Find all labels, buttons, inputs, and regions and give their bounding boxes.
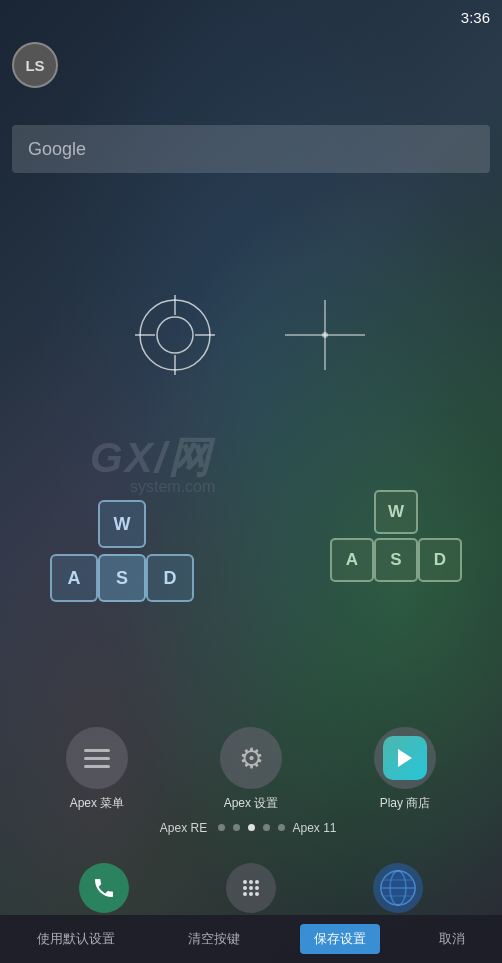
- hamburger-icon: [84, 749, 110, 768]
- apex-settings-icon: ⚙: [220, 727, 282, 789]
- svg-point-24: [381, 871, 415, 905]
- key-s-left[interactable]: S: [98, 554, 146, 602]
- globe-button[interactable]: [373, 863, 423, 913]
- action-bar: 使用默认设置 清空按键 保存设置 取消: [0, 915, 502, 963]
- svg-point-10: [243, 880, 247, 884]
- status-bar: 3:36: [0, 0, 502, 35]
- svg-marker-9: [398, 749, 412, 767]
- dock-area: Apex 菜单 ⚙ Apex 设置 Play 商店: [0, 727, 502, 843]
- dock-icons: Apex 菜单 ⚙ Apex 设置 Play 商店: [0, 727, 502, 812]
- search-bar-text: Google: [28, 139, 86, 160]
- crosshair-target: [130, 290, 220, 380]
- search-bar[interactable]: Google: [12, 125, 490, 173]
- play-store-icon: [383, 736, 427, 780]
- svg-point-14: [249, 886, 253, 890]
- dock-item-play-store[interactable]: Play 商店: [374, 727, 436, 812]
- save-settings-button[interactable]: 保存设置: [300, 924, 380, 954]
- svg-point-15: [255, 886, 259, 890]
- svg-point-13: [243, 886, 247, 890]
- avatar-initials: LS: [25, 57, 44, 74]
- avatar[interactable]: LS: [12, 42, 58, 88]
- key-w-left[interactable]: W: [98, 500, 146, 548]
- phone-button[interactable]: [79, 863, 129, 913]
- apex-settings-label: Apex 设置: [224, 795, 279, 812]
- dock-item-apex-settings[interactable]: ⚙ Apex 设置: [220, 727, 282, 812]
- apps-button[interactable]: [226, 863, 276, 913]
- apex-re-label: Apex RE: [120, 821, 247, 835]
- key-a-left[interactable]: A: [50, 554, 98, 602]
- key-d-left[interactable]: D: [146, 554, 194, 602]
- svg-point-16: [243, 892, 247, 896]
- svg-point-18: [255, 892, 259, 896]
- key-s-right[interactable]: S: [374, 538, 418, 582]
- key-d-right[interactable]: D: [418, 538, 462, 582]
- bottom-nav: [0, 863, 502, 913]
- crosshair-plus: [285, 300, 365, 370]
- svg-point-1: [157, 317, 193, 353]
- clear-keys-button[interactable]: 清空按键: [174, 924, 254, 954]
- cancel-button[interactable]: 取消: [425, 924, 479, 954]
- play-store-label: Play 商店: [380, 795, 431, 812]
- svg-point-12: [255, 880, 259, 884]
- key-w-right[interactable]: W: [374, 490, 418, 534]
- dot-3: [248, 824, 255, 831]
- key-a-right[interactable]: A: [330, 538, 374, 582]
- dot-4: [263, 824, 270, 831]
- default-settings-button[interactable]: 使用默认设置: [23, 924, 129, 954]
- apex-menu-icon: [66, 727, 128, 789]
- dock-item-apex-menu[interactable]: Apex 菜单: [66, 727, 128, 812]
- svg-point-11: [249, 880, 253, 884]
- apex-menu-label: Apex 菜单: [70, 795, 125, 812]
- apex-11-label: Apex 11: [277, 821, 352, 835]
- gear-icon: ⚙: [239, 742, 264, 775]
- svg-point-8: [322, 332, 328, 338]
- play-store-icon-circle: [374, 727, 436, 789]
- svg-point-17: [249, 892, 253, 896]
- status-time: 3:36: [461, 9, 490, 26]
